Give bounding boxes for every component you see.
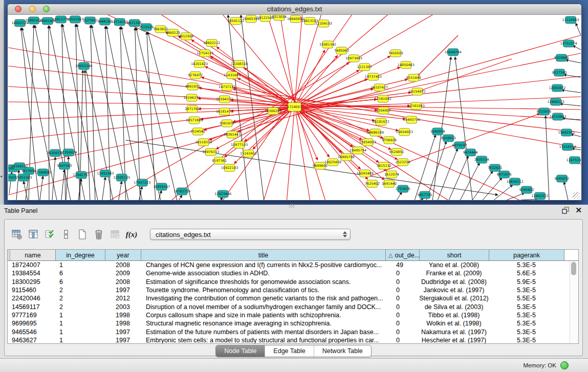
table-row[interactable]: 2242004622012Investigating the contribut… bbox=[8, 294, 578, 302]
table-cell[interactable]: 0 bbox=[385, 336, 419, 344]
table-cell[interactable]: 1997 bbox=[105, 336, 141, 344]
table-cell[interactable]: 0 bbox=[385, 303, 419, 311]
scrollbar-thumb[interactable] bbox=[571, 262, 576, 275]
table-cell[interactable]: 22420046 bbox=[10, 294, 55, 302]
table-cell[interactable]: Nakamura et al. (1997) bbox=[419, 328, 489, 336]
table-row[interactable]: 1456911722003Disruption of a novel membe… bbox=[8, 302, 578, 311]
table-cell[interactable]: 5.5E-5 bbox=[489, 294, 564, 302]
column-header-year[interactable]: year bbox=[105, 250, 141, 260]
column-header-out_de[interactable]: △out_de... bbox=[386, 250, 420, 260]
table-cell[interactable]: Jankovic et al. (1997) bbox=[419, 286, 489, 294]
table-cell[interactable]: Stergiakouli et al. (2012) bbox=[419, 294, 489, 302]
table-cell[interactable]: 5.3E-5 bbox=[489, 261, 564, 269]
network-window[interactable]: citations_edges.txt 14055724208914162069… bbox=[7, 4, 582, 201]
table-cell[interactable]: 1997 bbox=[105, 328, 141, 336]
table-cell[interactable]: 2 bbox=[55, 286, 105, 294]
table-cell[interactable]: Yano et al. (2008) bbox=[419, 261, 489, 269]
table-cell[interactable]: 5.3E-5 bbox=[489, 286, 564, 294]
table-cell[interactable]: Estimation of the future numbers of pati… bbox=[141, 328, 385, 336]
column-header-pagerank[interactable]: pagerank bbox=[489, 250, 564, 260]
table-row[interactable]: 1872400712008Changes of HCN gene express… bbox=[8, 261, 578, 269]
table-cell[interactable]: Embryonic stem cells: a model to study s… bbox=[141, 336, 385, 344]
table-cell[interactable]: 1 bbox=[55, 336, 105, 344]
table-cell[interactable]: 14569117 bbox=[10, 303, 55, 311]
tab-node-table[interactable]: Node Table bbox=[216, 345, 265, 357]
table-cell[interactable]: de Silva et al. (2003) bbox=[419, 303, 489, 311]
float-window-icon[interactable] bbox=[561, 206, 570, 216]
table-cell[interactable]: Dudbridge et al. (2008) bbox=[419, 278, 489, 286]
table-cell[interactable]: 5.9E-5 bbox=[489, 278, 564, 286]
table-cell[interactable]: 5.3E-5 bbox=[489, 328, 564, 336]
table-row[interactable]: 946554611997Estimation of the future num… bbox=[8, 327, 578, 336]
table-cell[interactable]: 1997 bbox=[105, 286, 141, 294]
table-cell[interactable]: 0 bbox=[385, 328, 419, 336]
table-cell[interactable]: Hescheler et al. (1997) bbox=[419, 336, 489, 344]
table-settings-icon[interactable] bbox=[11, 228, 23, 240]
import-table-icon[interactable] bbox=[109, 228, 121, 240]
table-cell[interactable]: 2009 bbox=[105, 269, 141, 277]
tab-network-table[interactable]: Network Table bbox=[314, 345, 371, 357]
table-cell[interactable]: Disruption of a novel member of a sodium… bbox=[141, 303, 385, 311]
zoom-window-button[interactable] bbox=[43, 6, 50, 12]
tab-edge-table[interactable]: Edge Table bbox=[265, 345, 313, 357]
table-cell[interactable]: 1 bbox=[55, 311, 105, 319]
close-panel-icon[interactable]: ✕ bbox=[575, 206, 582, 215]
table-cell[interactable]: Estimation of significance thresholds fo… bbox=[141, 278, 385, 286]
column-header-in_degree[interactable]: in_degree bbox=[56, 250, 105, 260]
table-cell[interactable]: 2 bbox=[55, 294, 105, 302]
resize-grip-icon[interactable] bbox=[573, 192, 580, 199]
table-cell[interactable]: 0 bbox=[385, 269, 419, 277]
left-panel-divider[interactable]: ◂ bbox=[0, 0, 4, 205]
table-cell[interactable]: 18724007 bbox=[10, 261, 55, 269]
table-cell[interactable]: 1 bbox=[55, 261, 105, 269]
collapse-arrow-icon[interactable]: ◂ bbox=[0, 174, 2, 179]
table-row[interactable]: 969969511998Structural magnetic resonanc… bbox=[8, 319, 578, 327]
citation-network-graph[interactable]: 1405572420891416206914061881177410553267… bbox=[8, 15, 581, 200]
column-header-short[interactable]: short bbox=[420, 250, 489, 260]
table-cell[interactable]: Franke et al. (2009) bbox=[419, 269, 489, 277]
table-cell[interactable]: 5.3E-5 bbox=[489, 311, 564, 319]
table-cell[interactable]: 0 bbox=[385, 278, 419, 286]
table-cell[interactable]: 1 bbox=[55, 328, 105, 336]
table-cell[interactable]: 9115460 bbox=[10, 286, 55, 294]
table-cell[interactable]: 1 bbox=[55, 319, 105, 327]
network-canvas[interactable]: 1405572420891416206914061881177410553267… bbox=[8, 15, 581, 200]
table-scrollbar[interactable] bbox=[570, 261, 578, 343]
new-table-icon[interactable] bbox=[76, 228, 89, 240]
table-cell[interactable]: Corpus callosum shape and size in male p… bbox=[141, 311, 385, 319]
column-header-name[interactable]: name bbox=[10, 250, 56, 260]
table-cell[interactable]: Structural magnetic resonance image aver… bbox=[141, 319, 385, 327]
function-builder-icon[interactable]: f(x) bbox=[125, 228, 138, 240]
window-titlebar[interactable]: citations_edges.txt bbox=[8, 4, 581, 15]
table-cell[interactable]: Genome-wide association studies in ADHD. bbox=[141, 269, 385, 277]
table-cell[interactable]: 2008 bbox=[105, 278, 141, 286]
table-cell[interactable]: 5.6E-5 bbox=[489, 269, 564, 277]
table-cell[interactable]: 2008 bbox=[105, 261, 141, 269]
table-cell[interactable]: 0 bbox=[385, 294, 419, 302]
table-cell[interactable]: 18300295 bbox=[10, 278, 55, 286]
table-row[interactable]: 977716911998Corpus callosum shape and si… bbox=[8, 311, 578, 319]
table-cell[interactable]: 0 bbox=[385, 286, 419, 294]
table-cell[interactable]: 2012 bbox=[105, 294, 141, 302]
table-cell[interactable]: 5.3E-5 bbox=[489, 303, 564, 311]
table-cell[interactable]: 5.3E-5 bbox=[489, 336, 564, 344]
table-cell[interactable]: Tibbo et al. (1998) bbox=[419, 311, 489, 319]
table-cell[interactable]: 0 bbox=[385, 311, 419, 319]
table-cell[interactable]: 2 bbox=[55, 303, 105, 311]
table-cell[interactable]: 9463627 bbox=[10, 336, 55, 344]
table-cell[interactable]: 6 bbox=[55, 269, 105, 277]
table-row[interactable]: 1938455462009Genome-wide association stu… bbox=[8, 269, 578, 277]
column-header-title[interactable]: title bbox=[141, 250, 386, 260]
delete-table-icon[interactable] bbox=[93, 228, 105, 240]
table-cell[interactable]: 1998 bbox=[105, 319, 141, 327]
table-cell[interactable]: 9465546 bbox=[10, 328, 55, 336]
minimize-window-button[interactable] bbox=[29, 6, 36, 12]
table-cell[interactable]: Investigating the contribution of common… bbox=[141, 294, 385, 302]
table-cell[interactable]: 5.3E-5 bbox=[489, 319, 564, 327]
table-cell[interactable]: Wolkin et al. (1998) bbox=[419, 319, 489, 327]
show-columns-icon[interactable] bbox=[27, 228, 39, 240]
table-cell[interactable]: Changes of HCN gene expression and I(f) … bbox=[141, 261, 385, 269]
table-cell[interactable]: 6 bbox=[55, 278, 105, 286]
row-height-icon[interactable] bbox=[60, 228, 72, 240]
table-cell[interactable]: 9699695 bbox=[10, 319, 55, 327]
